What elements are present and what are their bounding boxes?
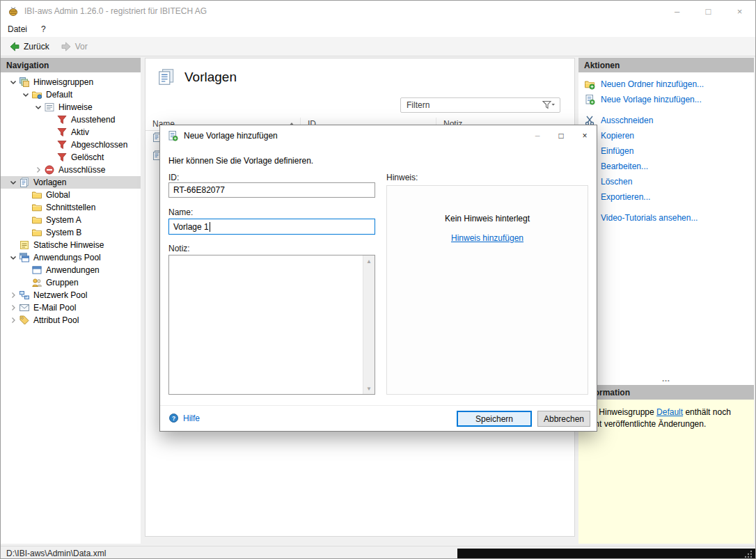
tree-item-statische-hinweise[interactable]: Statische Hinweise [1, 239, 141, 251]
action-video-tutorials[interactable]: Video-Tutorials ansehen... [578, 210, 754, 226]
folder-icon [31, 214, 42, 226]
dialog-maximize-button[interactable]: □ [549, 125, 573, 146]
chevron-down-icon[interactable] [8, 77, 19, 88]
filter-input[interactable]: Filtern [400, 97, 560, 113]
dialog-close-button[interactable]: × [573, 125, 597, 146]
window-title: IBI-aws Admin 1.26.0 - registriert für I… [24, 6, 207, 16]
action-cut[interactable]: Ausschneiden [578, 113, 754, 128]
notiz-field[interactable]: ▲ ▼ [168, 255, 375, 395]
tree-item-schnittstellen[interactable]: Schnittstellen [1, 201, 141, 214]
email-pool-icon [19, 302, 30, 313]
chevron-right-icon[interactable] [8, 302, 19, 313]
hint-groups-icon [19, 77, 30, 88]
tree-item-email-pool[interactable]: E-Mail Pool [1, 301, 141, 314]
dialog-title: Neue Vorlage hinzufügen [184, 131, 278, 141]
network-pool-icon [19, 290, 30, 301]
close-button[interactable]: × [724, 1, 755, 22]
new-template-dialog: Neue Vorlage hinzufügen – □ × Hier könne… [159, 125, 597, 432]
navigation-header: Navigation [1, 58, 141, 72]
id-field[interactable]: RT-66E82077 [168, 182, 375, 198]
folder-icon [31, 202, 42, 213]
groups-icon [31, 277, 42, 288]
navigation-panel: Navigation Hinweisgruppen Default Hinwei… [1, 58, 141, 544]
filter-funnel-icon [56, 127, 68, 138]
scroll-down-icon[interactable]: ▼ [363, 383, 375, 394]
action-edit[interactable]: Bearbeiten... [578, 159, 754, 174]
actions-panel: Aktionen Neuen Ordner hinzufügen... Neue… [578, 58, 754, 385]
status-file-path: D:\IBI-aws\Admin\Data.xml [6, 549, 106, 558]
tree-item-hinweise[interactable]: Hinweise [1, 101, 141, 113]
maximize-icon: □ [706, 6, 711, 17]
static-hints-icon [19, 239, 30, 251]
tree-item-hinweisgruppen[interactable]: Hinweisgruppen [1, 76, 141, 88]
tree-item-gruppen[interactable]: Gruppen [1, 276, 141, 289]
resize-grip[interactable] [743, 549, 753, 559]
action-delete[interactable]: Löschen [578, 174, 754, 189]
scroll-up-icon[interactable]: ▲ [363, 255, 375, 267]
tree-item-aktiv[interactable]: Aktiv [1, 126, 141, 139]
tree-item-vorlagen[interactable]: Vorlagen [1, 176, 141, 189]
templates-icon [19, 177, 30, 188]
chevron-down-icon[interactable] [33, 102, 44, 113]
notiz-scrollbar[interactable]: ▲ ▼ [363, 255, 375, 394]
tree-item-default[interactable]: Default [1, 88, 141, 101]
text-caret [210, 222, 210, 232]
chevron-down-icon[interactable] [20, 89, 31, 100]
chevron-down-icon[interactable] [8, 252, 19, 263]
tree-item-ausschluesse[interactable]: Ausschlüsse [1, 164, 141, 176]
app-logo-icon [8, 6, 19, 17]
information-header: Information [578, 385, 754, 400]
save-button[interactable]: Speichern [457, 411, 532, 427]
hinweis-preview-panel: Kein Hinweis hinterlegt Hinweis hinzufüg… [386, 185, 588, 395]
tree-item-abgeschlossen[interactable]: Abgeschlossen [1, 139, 141, 151]
templates-page-icon [157, 68, 176, 86]
default-group-link[interactable]: Default [656, 407, 683, 417]
tree-item-system-a[interactable]: System A [1, 214, 141, 226]
cancel-button[interactable]: Abbrechen [537, 411, 590, 427]
close-icon: × [737, 6, 743, 17]
tree-item-geloescht[interactable]: Gelöscht [1, 151, 141, 164]
chevron-right-icon[interactable] [33, 164, 44, 175]
name-field[interactable]: Vorlage 1 [168, 219, 375, 235]
add-hinweis-link[interactable]: Hinweis hinzufügen [387, 233, 588, 243]
menu-datei[interactable]: Datei [1, 22, 34, 37]
minimize-button[interactable]: – [661, 1, 693, 22]
tree-indent-spacer [20, 265, 31, 276]
dialog-minimize-button[interactable]: – [526, 125, 549, 146]
action-new-folder[interactable]: Neuen Ordner hinzufügen... [578, 77, 754, 92]
tree-indent-spacer [45, 152, 56, 163]
new-folder-icon [584, 79, 595, 90]
dialog-body: Hier können Sie die Vorlage definieren. … [160, 146, 597, 432]
help-link[interactable]: Hilfe [168, 413, 200, 423]
action-new-template[interactable]: Neue Vorlage hinzufügen... [578, 92, 754, 107]
tree-item-system-b[interactable]: System B [1, 226, 141, 239]
forward-button[interactable]: Vor [58, 40, 95, 54]
minimize-icon: – [535, 131, 540, 141]
minimize-icon: – [675, 6, 679, 17]
chevron-down-icon[interactable] [8, 177, 19, 188]
filter-funnel-icon[interactable] [542, 100, 556, 110]
chevron-right-icon[interactable] [8, 315, 19, 326]
maximize-button[interactable]: □ [693, 1, 724, 22]
action-paste[interactable]: Einfügen [578, 143, 754, 159]
new-template-dialog-icon [167, 130, 178, 141]
tree-item-anwendungs-pool[interactable]: Anwendungs Pool [1, 251, 141, 264]
tree-item-global[interactable]: Global [1, 189, 141, 201]
toolbar: Zurück Vor [1, 37, 755, 56]
actions-header: Aktionen [578, 58, 754, 72]
menu-help[interactable]: ? [34, 22, 53, 37]
hinweis-section-label: Hinweis: [386, 173, 418, 182]
dialog-description: Hier können Sie die Vorlage definieren. [168, 156, 313, 166]
tree-item-netzwerk-pool[interactable]: Netzwerk Pool [1, 289, 141, 301]
tree-indent-spacer [45, 139, 56, 150]
id-field-label: ID: [168, 173, 179, 182]
action-copy[interactable]: Kopieren [578, 128, 754, 143]
action-export[interactable]: Exportieren... [578, 189, 754, 205]
tree-item-anwendungen[interactable]: Anwendungen [1, 264, 141, 276]
tree-indent-spacer [45, 114, 56, 125]
tree-item-attribut-pool[interactable]: Attribut Pool [1, 314, 141, 326]
exclusions-icon [44, 164, 55, 175]
tree-item-ausstehend[interactable]: Ausstehend [1, 113, 141, 126]
back-button[interactable]: Zurück [6, 40, 56, 54]
chevron-right-icon[interactable] [8, 290, 19, 301]
